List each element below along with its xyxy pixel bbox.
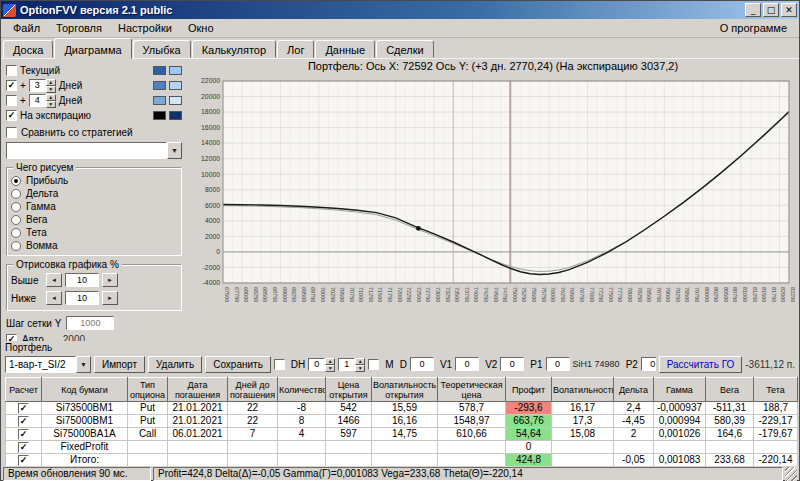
row-checkbox-3[interactable]: ✓ bbox=[18, 442, 29, 453]
close-icon[interactable]: ✕ bbox=[781, 3, 797, 17]
range-value-0[interactable]: 10 bbox=[65, 273, 99, 287]
tab-данные[interactable]: Данные bbox=[315, 40, 375, 58]
row-checkbox-1[interactable]: ✓ bbox=[18, 416, 29, 427]
column-header-5[interactable]: Количество bbox=[278, 378, 326, 402]
column-header-3[interactable]: Дата погашения bbox=[168, 378, 228, 402]
draw-option-4[interactable]: Тета bbox=[11, 226, 177, 239]
grid-auto-checkbox[interactable]: ✓ bbox=[6, 334, 17, 342]
spin-up-icon[interactable]: ▲ bbox=[355, 358, 365, 365]
save-button[interactable]: Сохранить bbox=[205, 356, 271, 373]
arrow-right-icon[interactable]: ► bbox=[102, 291, 118, 305]
field-input-V2[interactable]: 0 bbox=[500, 357, 524, 371]
tab-доска[interactable]: Доска bbox=[3, 40, 53, 58]
spin-up-icon[interactable]: ▲ bbox=[325, 358, 335, 365]
chevron-down-icon[interactable]: ▼ bbox=[167, 142, 182, 159]
column-header-1[interactable]: Код бумаги bbox=[42, 378, 128, 402]
layer-color-swatch-2-1[interactable] bbox=[169, 96, 182, 105]
minimize-icon[interactable]: _ bbox=[745, 3, 761, 17]
layer-checkbox-0[interactable] bbox=[6, 65, 17, 76]
row-checkbox-2[interactable]: ✓ bbox=[18, 429, 29, 440]
dh-spinner-0[interactable]: 0▲▼ bbox=[308, 358, 335, 371]
menu-about[interactable]: О программе bbox=[712, 20, 795, 36]
arrow-right-icon[interactable]: ► bbox=[102, 273, 118, 287]
layer-color-swatch-1-1[interactable] bbox=[169, 81, 182, 90]
tab-лог[interactable]: Лог bbox=[277, 40, 314, 58]
layer-color-swatch-3-0[interactable] bbox=[153, 111, 166, 120]
field-input-P2[interactable]: 0 bbox=[641, 357, 656, 371]
layer-checkbox-2[interactable] bbox=[6, 95, 17, 106]
field-input-V1[interactable]: 0 bbox=[455, 357, 479, 371]
m-checkbox[interactable] bbox=[368, 359, 379, 370]
spin-up-icon[interactable]: ▲ bbox=[46, 79, 56, 86]
arrow-left-icon[interactable]: ◄ bbox=[46, 273, 62, 287]
spin-down-icon[interactable]: ▼ bbox=[46, 101, 56, 108]
draw-option-3[interactable]: Вега bbox=[11, 213, 177, 226]
draw-option-2[interactable]: Гамма bbox=[11, 200, 177, 213]
draw-option-0[interactable]: Прибыль bbox=[11, 174, 177, 187]
column-header-11[interactable]: Дельта bbox=[614, 378, 654, 402]
radio-icon[interactable] bbox=[11, 189, 21, 199]
field-input-P1[interactable]: 0 bbox=[546, 357, 570, 371]
menu-item-3[interactable]: Окно bbox=[180, 20, 222, 36]
column-header-2[interactable]: Тип опциона bbox=[128, 378, 168, 402]
radio-icon[interactable] bbox=[11, 241, 21, 251]
title-bar[interactable]: OptionFVV версия 2.1 public _ □ ✕ bbox=[1, 1, 799, 19]
calc-go-button[interactable]: Рассчитать ГО bbox=[659, 356, 743, 373]
menu-item-2[interactable]: Настройки bbox=[110, 20, 180, 36]
range-value-1[interactable]: 10 bbox=[65, 291, 99, 305]
portfolio-selector[interactable]: 1-вар-т_SI/2 ▼ bbox=[5, 356, 91, 373]
compare-strategy-combo[interactable]: ▼ bbox=[6, 142, 182, 159]
draw-option-5[interactable]: Вомма bbox=[11, 239, 177, 252]
column-header-14[interactable]: Тета bbox=[754, 378, 798, 402]
maximize-icon[interactable]: □ bbox=[763, 3, 779, 17]
tab-улыбка[interactable]: Улыбка bbox=[133, 40, 191, 58]
layer-checkbox-3[interactable]: ✓ bbox=[6, 110, 17, 121]
tab-калькулятор[interactable]: Калькулятор bbox=[192, 40, 276, 58]
arrow-left-icon[interactable]: ◄ bbox=[46, 291, 62, 305]
spin-down-icon[interactable]: ▼ bbox=[46, 86, 56, 93]
row-checkbox-4[interactable]: ✓ bbox=[18, 455, 29, 466]
column-header-7[interactable]: Волатильность открытия bbox=[372, 378, 438, 402]
layer-checkbox-1[interactable]: ✓ bbox=[6, 80, 17, 91]
payoff-chart[interactable]: 6750067750680006825068500687506900069250… bbox=[189, 75, 795, 339]
layer-days-spinner-2[interactable]: 4▲▼ bbox=[29, 94, 56, 107]
tab-сделки[interactable]: Сделки bbox=[376, 40, 434, 58]
dh-spinner-1[interactable]: 1▲▼ bbox=[338, 358, 365, 371]
svg-text:79250: 79250 bbox=[675, 287, 681, 302]
layer-days-spinner-1[interactable]: 3▲▼ bbox=[29, 79, 56, 92]
column-header-10[interactable]: Волатильность bbox=[552, 378, 614, 402]
row-checkbox-0[interactable]: ✓ bbox=[18, 403, 29, 414]
layer-color-swatch-0-1[interactable] bbox=[169, 66, 182, 75]
column-header-4[interactable]: Дней до погашения bbox=[228, 378, 278, 402]
layer-color-swatch-3-1[interactable] bbox=[169, 111, 182, 120]
layer-color-swatch-2-0[interactable] bbox=[153, 96, 166, 105]
compare-strategy-checkbox[interactable] bbox=[6, 127, 17, 138]
column-header-13[interactable]: Вега bbox=[706, 378, 754, 402]
tab-диаграмма[interactable]: Диаграмма bbox=[54, 38, 131, 59]
menu-item-1[interactable]: Торговля bbox=[48, 20, 110, 36]
spin-down-icon[interactable]: ▼ bbox=[325, 365, 335, 372]
column-header-12[interactable]: Гамма bbox=[654, 378, 706, 402]
delete-button[interactable]: Удалить bbox=[148, 356, 202, 373]
column-header-8[interactable]: Теоретическая цена bbox=[438, 378, 506, 402]
radio-icon[interactable] bbox=[11, 228, 21, 238]
table-row: ✓Si73500BM1Put21.01.202122-854215,59578,… bbox=[6, 402, 798, 415]
radio-icon[interactable] bbox=[11, 215, 21, 225]
column-header-6[interactable]: Цена открытия bbox=[326, 378, 372, 402]
menu-item-0[interactable]: Файл bbox=[5, 20, 48, 36]
column-header-9[interactable]: Профит bbox=[506, 378, 552, 402]
radio-icon[interactable] bbox=[11, 176, 21, 186]
layer-color-swatch-1-0[interactable] bbox=[153, 81, 166, 90]
chevron-down-icon[interactable]: ▼ bbox=[76, 356, 91, 373]
grid-step-y-input[interactable]: 1000 bbox=[66, 316, 114, 330]
import-button[interactable]: Импорт bbox=[94, 356, 145, 373]
layer-color-swatch-0-0[interactable] bbox=[153, 66, 166, 75]
resize-grip-icon[interactable] bbox=[785, 467, 797, 481]
spin-up-icon[interactable]: ▲ bbox=[46, 94, 56, 101]
draw-option-1[interactable]: Дельта bbox=[11, 187, 177, 200]
field-input-D[interactable]: 0 bbox=[410, 357, 434, 371]
spin-down-icon[interactable]: ▼ bbox=[355, 365, 365, 372]
dh-checkbox[interactable] bbox=[274, 359, 285, 370]
radio-icon[interactable] bbox=[11, 202, 21, 212]
column-header-0[interactable]: Расчет bbox=[6, 378, 42, 402]
